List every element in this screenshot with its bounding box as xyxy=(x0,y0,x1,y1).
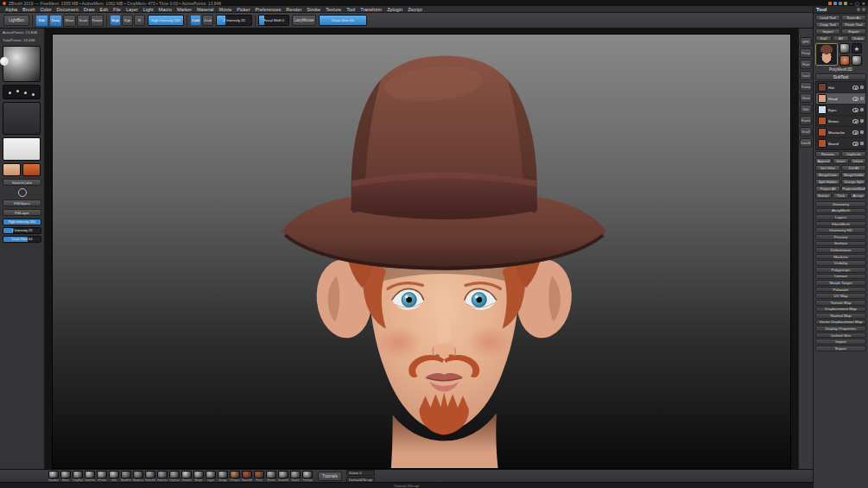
zsub-button[interactable]: Zsub xyxy=(202,15,213,26)
brush-pinch[interactable]: Pinch xyxy=(254,471,264,482)
menu-draw[interactable]: Draw xyxy=(81,6,98,13)
z-intensity-slider[interactable]: Z Intensity25 xyxy=(216,15,252,26)
scroll-icon[interactable]: Scroll xyxy=(800,127,812,136)
subtool-item-brows[interactable]: Brows xyxy=(816,116,865,127)
section-contact[interactable]: Contact xyxy=(815,274,866,280)
section-vector-displacement-map[interactable]: Vector Displacement Map xyxy=(815,320,866,326)
brush-selectrect[interactable]: SelectRect xyxy=(145,471,155,482)
visibility-eye-icon[interactable] xyxy=(852,119,858,124)
thick-button[interactable]: Thick xyxy=(833,193,849,199)
menu-transform[interactable]: Transform xyxy=(358,6,384,13)
groups-split-button[interactable]: Groups Split xyxy=(841,179,866,185)
menu-movie[interactable]: Movie xyxy=(217,6,235,13)
section-geometry[interactable]: Geometry xyxy=(815,201,866,207)
tutorials-button[interactable]: Tutorials xyxy=(318,472,342,481)
polypaint-icon[interactable] xyxy=(860,130,864,134)
palette-pin-icon[interactable] xyxy=(857,8,860,11)
brush-inflat[interactable]: Inflat xyxy=(109,471,119,482)
visibility-eye-icon[interactable] xyxy=(852,130,858,135)
help-icon[interactable] xyxy=(844,2,847,5)
section-masking[interactable]: Masking xyxy=(815,254,866,260)
delete-button[interactable]: Delete xyxy=(850,158,866,164)
section-unified-skin[interactable]: Unified Skin xyxy=(815,333,866,339)
menu-zplugin[interactable]: Zplugin xyxy=(384,6,405,13)
fill-layer-button[interactable]: FillLayer xyxy=(3,209,41,216)
split-hidden-button[interactable]: Split Hidden xyxy=(815,179,840,185)
current-material-thumbnail[interactable] xyxy=(3,163,21,176)
draw-size-slider[interactable]: Draw Size64 xyxy=(319,15,367,26)
polypaint-icon[interactable] xyxy=(860,97,864,100)
minimize-button[interactable]: – xyxy=(850,1,852,6)
menu-layer[interactable]: Layer xyxy=(124,6,141,13)
brush-layer[interactable]: Layer xyxy=(206,471,216,482)
subtool-section-header[interactable]: SubTool xyxy=(815,73,866,80)
del-other-button[interactable]: Del Other xyxy=(815,165,840,171)
active-tool-thumbnail[interactable] xyxy=(815,43,838,66)
brush-flatten[interactable]: Flatten xyxy=(266,471,276,482)
section-deformation[interactable]: Deformation xyxy=(815,247,866,253)
brush-standard[interactable]: Standard xyxy=(48,471,59,482)
section-display-properties[interactable]: Display Properties xyxy=(815,326,866,332)
section-layers[interactable]: Layers xyxy=(815,214,866,220)
draw-size-slider[interactable]: Draw Size 64 xyxy=(3,236,41,243)
export-button[interactable]: Export xyxy=(841,29,866,35)
section-export[interactable]: Export xyxy=(815,345,866,352)
brush-maskpen[interactable]: MaskPen xyxy=(121,471,131,482)
rgb-intensity-slider[interactable]: Rgb Intensity100 xyxy=(148,15,184,26)
extract-button[interactable]: Extract xyxy=(815,193,832,199)
section-preview[interactable]: Preview xyxy=(815,234,866,240)
section-import[interactable]: Import xyxy=(815,339,866,345)
pixologic-icon[interactable] xyxy=(828,2,832,5)
tool-thumb-sphere3d[interactable] xyxy=(839,43,850,54)
brush-selectlasso[interactable]: SelectLasso xyxy=(157,471,168,482)
zscript-tray-bar[interactable]: Tutorial ZScript xyxy=(0,482,813,488)
frame-icon[interactable]: Frame xyxy=(800,116,812,125)
brush-smooth[interactable]: Smooth xyxy=(181,471,192,482)
menu-marker[interactable]: Marker xyxy=(174,6,194,13)
visibility-eye-icon[interactable] xyxy=(852,86,858,90)
visibility-eye-icon[interactable] xyxy=(852,108,858,112)
section-arraymesh[interactable]: ArrayMesh xyxy=(815,208,866,214)
brush-slash2[interactable]: Slash2 xyxy=(290,471,301,482)
fill-object-button[interactable]: FillObject xyxy=(3,200,41,206)
duplicate-button[interactable]: Duplicate xyxy=(841,151,866,157)
brush-matchmaker[interactable]: MatchMaker xyxy=(242,471,252,482)
polypaint-icon[interactable] xyxy=(860,142,864,145)
menu-material[interactable]: Material xyxy=(194,6,217,13)
z-intensity-slider[interactable]: Z Intensity 25 xyxy=(3,227,41,234)
menu-color[interactable]: Color xyxy=(37,6,54,13)
mergevisible-button[interactable]: MergeVisible xyxy=(841,172,866,178)
brush-snakehook[interactable]: SnakeHook xyxy=(278,471,288,482)
paste-tool-button[interactable]: Paste Tool xyxy=(841,22,866,28)
current-texture-thumbnail[interactable] xyxy=(3,137,41,161)
bpr-icon[interactable]: BPR xyxy=(800,37,812,47)
persp-icon[interactable]: Persp xyxy=(800,48,812,58)
user-icon[interactable] xyxy=(833,2,837,5)
palette-menu-icon[interactable] xyxy=(862,8,865,11)
projectionshell-button[interactable]: ProjectionShell xyxy=(841,186,866,192)
mergedown-button[interactable]: MergeDown xyxy=(815,172,840,178)
brush-zproject[interactable]: ZProject xyxy=(230,471,240,482)
section-uv-map[interactable]: UV Map xyxy=(815,293,866,299)
project-all-button[interactable]: Project All xyxy=(815,186,840,192)
section-polygroups[interactable]: Polygroups xyxy=(815,267,866,273)
switch-color-button[interactable]: SwitchColor xyxy=(3,179,41,186)
subtool-item-head[interactable]: Head xyxy=(816,93,865,105)
tool-thumb-sphere3d-2[interactable] xyxy=(852,55,862,66)
secondary-material-thumbnail[interactable] xyxy=(22,163,41,176)
current-alpha-thumbnail[interactable] xyxy=(3,102,41,135)
accept-button[interactable]: Accept xyxy=(850,193,866,199)
polypaint-icon[interactable] xyxy=(860,108,864,111)
subtool-item-hat[interactable]: Hat xyxy=(816,82,865,93)
menu-render[interactable]: Render xyxy=(283,6,304,13)
m-button[interactable]: M xyxy=(134,15,145,26)
primary-color-swatch[interactable] xyxy=(0,57,9,66)
section-polypaint[interactable]: Polypaint xyxy=(815,287,866,293)
section-surface[interactable]: Surface xyxy=(815,241,866,247)
scale-mode-button[interactable]: Scale xyxy=(77,15,90,27)
del-all-button[interactable]: Del All xyxy=(841,165,866,171)
maximize-button[interactable]: ▢ xyxy=(855,1,859,6)
current-stroke-thumbnail[interactable] xyxy=(3,85,41,99)
brush-damstandard[interactable]: DamStandard xyxy=(85,471,95,482)
tool-thumb-polymesh3d-star[interactable]: ★ xyxy=(852,43,862,54)
